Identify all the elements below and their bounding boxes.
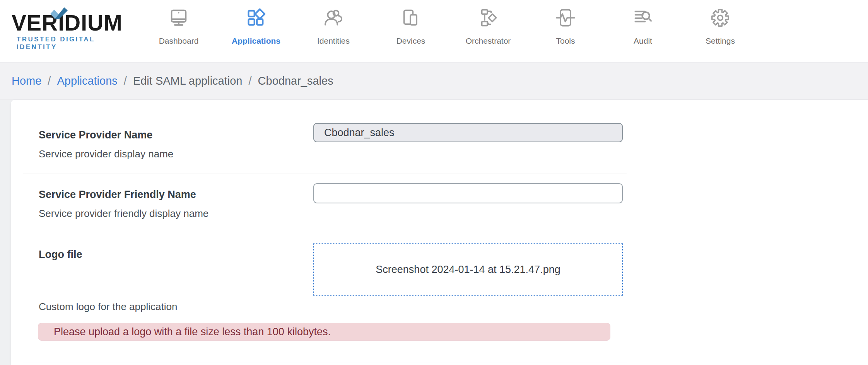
- brand-tagline: TRUSTED DIGITAL IDENTITY: [17, 36, 128, 51]
- breadcrumb: Home / Applications / Edit SAML applicat…: [0, 63, 868, 100]
- service-provider-name-row: Service Provider Name Service provider d…: [11, 100, 868, 174]
- divider: [23, 363, 627, 363]
- breadcrumb-edit-saml-application: Edit SAML application: [133, 75, 243, 87]
- logo-file-row: Logo file Screenshot 2024-01-14 at 15.21…: [11, 233, 868, 363]
- brand-checkmark-icon: [50, 5, 68, 21]
- page-content: Service Provider Name Service provider d…: [0, 100, 868, 365]
- nav-label: Devices: [396, 36, 425, 46]
- monitor-icon: [169, 8, 189, 28]
- service-provider-name-input[interactable]: [313, 123, 623, 142]
- nav-item-tools[interactable]: Tools: [527, 0, 604, 62]
- pulse-icon: [555, 8, 576, 28]
- breadcrumb-app-name: Cbodnar_sales: [258, 75, 333, 87]
- flowchart-icon: [478, 8, 498, 28]
- nav-label: Audit: [634, 36, 652, 46]
- nav-label: Identities: [317, 36, 350, 46]
- breadcrumb-applications[interactable]: Applications: [57, 75, 117, 87]
- nav-item-applications[interactable]: Applications: [217, 0, 295, 62]
- logo-file-label: Logo file: [39, 248, 82, 261]
- service-provider-friendly-name-input[interactable]: [313, 183, 623, 203]
- breadcrumb-separator: /: [124, 75, 127, 87]
- service-provider-name-help: Service provider display name: [39, 147, 868, 160]
- nav-item-dashboard[interactable]: Dashboard: [140, 0, 217, 62]
- log-search-icon: [633, 8, 653, 28]
- logo-size-error-alert: Please upload a logo with a file size le…: [38, 323, 610, 341]
- nav-label: Dashboard: [159, 36, 199, 46]
- brand-name: VERIDIUM: [12, 11, 128, 34]
- breadcrumb-separator: /: [249, 75, 252, 87]
- nav-label: Settings: [706, 36, 735, 46]
- top-navbar: VERIDIUM TRUSTED DIGITAL IDENTITY Dashbo…: [0, 0, 868, 63]
- breadcrumb-separator: /: [48, 75, 51, 87]
- nav-item-identities[interactable]: Identities: [295, 0, 372, 62]
- edit-saml-form-card: Service Provider Name Service provider d…: [11, 100, 868, 365]
- logo-file-help: Custom logo for the application: [39, 300, 177, 313]
- nav-label: Tools: [556, 36, 575, 46]
- nav-label: Orchestrator: [466, 36, 511, 46]
- nav-item-audit[interactable]: Audit: [604, 0, 682, 62]
- service-provider-friendly-name-row: Service Provider Friendly Name Service p…: [11, 174, 868, 233]
- uploaded-file-name: Screenshot 2024-01-14 at 15.21.47.png: [376, 264, 560, 276]
- nav-item-settings[interactable]: Settings: [682, 0, 759, 62]
- gear-icon: [710, 8, 730, 28]
- nav-label: Applications: [232, 36, 280, 46]
- nav-item-orchestrator[interactable]: Orchestrator: [449, 0, 527, 62]
- devices-icon: [401, 8, 421, 28]
- service-provider-friendly-name-help: Service provider friendly display name: [39, 207, 868, 220]
- app-grid-icon: [246, 8, 266, 28]
- brand-logo[interactable]: VERIDIUM TRUSTED DIGITAL IDENTITY: [12, 0, 128, 62]
- users-icon: [323, 8, 343, 28]
- logo-file-dropzone[interactable]: Screenshot 2024-01-14 at 15.21.47.png: [313, 243, 623, 296]
- breadcrumb-home[interactable]: Home: [12, 75, 41, 87]
- nav-item-devices[interactable]: Devices: [372, 0, 449, 62]
- main-nav: Dashboard Applications Identities: [140, 0, 759, 62]
